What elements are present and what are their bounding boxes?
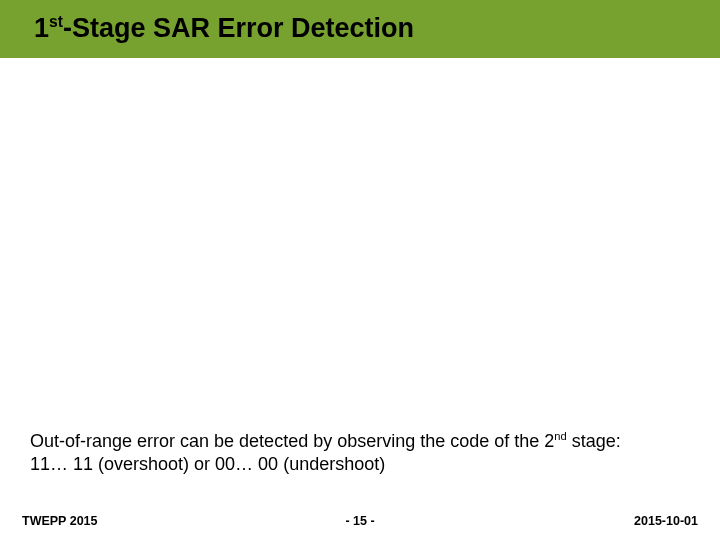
footer-center: - 15 -: [0, 514, 720, 528]
slide-title: 1st-Stage SAR Error Detection: [34, 14, 414, 44]
body-line1-post: stage:: [567, 431, 621, 451]
title-pre: 1: [34, 13, 49, 43]
title-bar: 1st-Stage SAR Error Detection: [0, 0, 720, 58]
body-line1-pre: Out-of-range error can be detected by ob…: [30, 431, 554, 451]
title-rest: -Stage SAR Error Detection: [63, 13, 414, 43]
body-line2: 11… 11 (overshoot) or 00… 00 (undershoot…: [30, 454, 385, 474]
body-text: Out-of-range error can be detected by ob…: [30, 430, 690, 477]
footer-right: 2015-10-01: [634, 514, 698, 528]
slide: 1st-Stage SAR Error Detection Out-of-ran…: [0, 0, 720, 540]
footer: TWEPP 2015 - 15 - 2015-10-01: [0, 506, 720, 528]
title-sup: st: [49, 13, 63, 30]
body-line1-sup: nd: [554, 430, 566, 442]
